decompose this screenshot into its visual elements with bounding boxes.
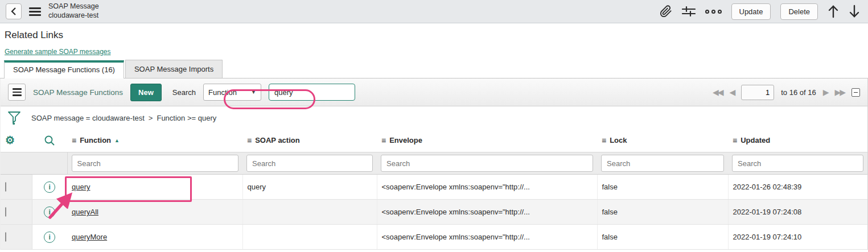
list-title: SOAP Message Functions [33,88,123,97]
related-links-section: Related Links Generate sample SOAP messa… [0,23,868,60]
function-link[interactable]: query [72,183,90,191]
sliders-icon [682,5,696,18]
more-options-icon[interactable] [705,10,722,14]
envelope-column-search-input[interactable] [381,155,593,172]
form-context-menu-icon[interactable] [29,7,41,16]
row-checkbox[interactable] [5,232,6,242]
functions-table: ⚙ ≡ Function ▲ ≡ SOAP action ≡ Envelope … [1,129,867,250]
first-page-button[interactable]: ◀◀ [713,88,723,97]
breadcrumb-filter-part2[interactable]: Function >= query [157,114,216,122]
row-range-text: to 16 of 16 [781,88,816,97]
column-header-updated[interactable]: ≡ Updated [733,136,863,145]
record-title-block: SOAP Message cloudaware-test [48,2,99,20]
previous-record-button[interactable] [828,5,839,18]
column-context-menu-icon: ≡ [602,136,606,145]
column-header-row: ⚙ ≡ Function ▲ ≡ SOAP action ≡ Envelope … [1,129,867,152]
arrow-up-icon [828,5,839,18]
column-context-menu-icon: ≡ [381,136,386,145]
search-field-select[interactable]: Function ▼ [203,84,261,101]
lock-cell: false [597,200,728,225]
column-context-menu-icon: ≡ [247,136,252,145]
envelope-cell: <soapenv:Envelope xmlns:soapenv="http://… [377,225,597,250]
soap-action-cell: query [242,175,377,200]
attachment-button[interactable] [660,5,672,18]
delete-button[interactable]: Delete [780,3,818,20]
lock-column-search-input[interactable] [601,155,724,172]
envelope-cell: <soapenv:Envelope xmlns:soapenv="http://… [377,200,597,225]
back-button[interactable] [6,3,22,19]
function-link[interactable]: queryAll [72,208,98,216]
update-button[interactable]: Update [731,3,771,20]
next-record-button[interactable] [849,5,860,18]
chevron-down-icon: ▼ [251,89,256,95]
column-context-menu-icon: ≡ [72,136,76,145]
updated-cell: 2022-01-26 02:48:39 [728,175,867,200]
list-personalize-gear-icon[interactable]: ⚙ [5,134,15,146]
record-name-subtitle: cloudaware-test [48,11,99,20]
list-toolbar: SOAP Message Functions New Search Functi… [1,79,867,106]
minimize-list-button[interactable] [851,88,860,97]
page-number-input[interactable] [741,85,774,100]
soap-action-cell [242,200,377,225]
tab-soap-message-imports[interactable]: SOAP Message Imports [125,60,223,78]
function-link[interactable]: queryMore [72,233,107,241]
column-header-function[interactable]: ≡ Function ▲ [72,136,238,145]
related-links-heading: Related Links [5,30,863,41]
table-row: i queryAll <soapenv:Envelope xmlns:soape… [1,200,867,225]
related-list-tabs: SOAP Message Functions (16) SOAP Message… [0,60,868,79]
last-page-button[interactable]: ▶▶ [834,88,845,97]
table-row: i query query <soapenv:Envelope xmlns:so… [1,175,867,200]
table-row: i queryMore <soapenv:Envelope xmlns:soap… [1,225,867,250]
generate-sample-soap-messages-link[interactable]: Generate sample SOAP messages [5,48,111,56]
arrow-down-icon [849,5,860,18]
lock-cell: false [597,175,728,200]
chevron-left-icon [10,7,17,15]
column-context-menu-icon: ≡ [733,136,737,145]
updated-cell: 2022-01-19 07:24:10 [728,225,867,250]
sort-ascending-icon: ▲ [114,138,120,143]
breadcrumb-separator: > [145,114,157,122]
record-preview-info-icon[interactable]: i [44,206,55,218]
function-column-search-input[interactable] [72,155,239,172]
new-button[interactable]: New [130,84,162,101]
list-context-menu-button[interactable] [8,84,26,101]
updated-cell: 2022-01-19 07:24:08 [728,200,867,225]
tab-soap-message-functions[interactable]: SOAP Message Functions (16) [4,60,124,79]
column-search-row [1,152,867,175]
row-checkbox[interactable] [5,182,6,192]
hamburger-icon [13,88,22,96]
breadcrumb-filter-part1[interactable]: SOAP message = cloudaware-test [31,114,145,122]
record-preview-info-icon[interactable]: i [44,232,55,243]
column-header-envelope[interactable]: ≡ Envelope [381,136,593,145]
list-search-input[interactable] [269,84,355,101]
column-search-toggle-icon[interactable] [44,135,55,146]
record-preview-info-icon[interactable]: i [44,181,55,193]
list-pagination: ◀◀ ◀ to 16 of 16 ▶ ▶▶ [713,85,860,100]
row-checkbox[interactable] [5,207,6,217]
updated-column-search-input[interactable] [732,155,863,172]
lock-cell: false [597,225,728,250]
column-header-lock[interactable]: ≡ Lock [602,136,723,145]
soap-action-cell [242,225,377,250]
column-header-soap-action[interactable]: ≡ SOAP action [247,136,372,145]
soap-action-column-search-input[interactable] [246,155,373,172]
record-header: SOAP Message cloudaware-test Update Dele… [0,0,868,23]
envelope-cell: <soapenv:Envelope xmlns:soapenv="http://… [377,175,597,200]
record-type-title: SOAP Message [48,2,99,11]
filter-funnel-icon[interactable] [8,111,20,125]
search-field-selected: Function [208,88,237,97]
filter-breadcrumb-row: SOAP message = cloudaware-test > Functio… [1,106,867,129]
paperclip-icon [660,5,672,18]
previous-page-button[interactable]: ◀ [729,88,734,97]
personalize-form-button[interactable] [682,5,696,18]
search-label: Search [172,88,196,97]
next-page-button[interactable]: ▶ [823,88,828,97]
soap-message-functions-list: SOAP Message Functions New Search Functi… [0,79,868,250]
